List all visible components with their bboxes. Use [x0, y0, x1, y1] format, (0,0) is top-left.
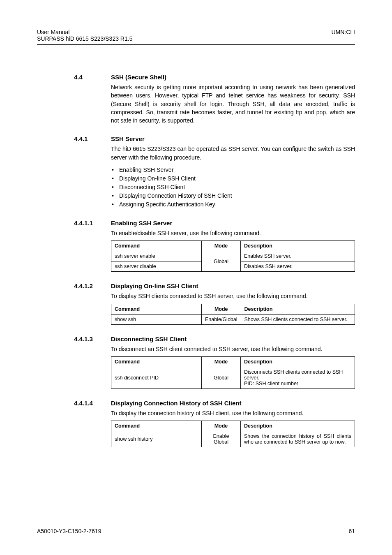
section-title: Displaying On-line SSH Client: [111, 282, 355, 289]
th-command: Command: [111, 356, 202, 367]
section-number: 4.4.1: [74, 135, 88, 142]
page-footer: A50010-Y3-C150-2-7619 61: [37, 528, 355, 534]
cell-mode: Enable/Global: [202, 314, 241, 324]
section-number: 4.4.1.1: [74, 220, 93, 227]
cell-description: Disconnects SSH clients connected to SSH…: [241, 367, 355, 388]
section-title: Disconnecting SSH Client: [111, 335, 355, 342]
command-table: Command Mode Description ssh disconnect …: [111, 356, 355, 389]
section-number: 4.4.1.2: [74, 282, 93, 289]
mode-line: Enable: [213, 433, 229, 439]
table-header-row: Command Mode Description: [111, 304, 355, 314]
cell-description: Shows SSH clients connected to SSH serve…: [241, 314, 355, 324]
manual-title: User Manual: [37, 29, 132, 35]
header-right: UMN:CLI: [331, 29, 355, 42]
section-connection-history: 4.4.1.4 Displaying Connection History of…: [37, 400, 355, 447]
cell-mode: Enable Global: [202, 431, 241, 447]
footer-doc-number: A50010-Y3-C150-2-7619: [37, 528, 101, 534]
command-table: Command Mode Description ssh server enab…: [111, 240, 355, 272]
cell-command: ssh server disable: [111, 261, 202, 272]
section-paragraph: Network security is getting more importa…: [111, 83, 355, 125]
cell-command: ssh disconnect PID: [111, 367, 202, 388]
table-row: ssh server enable Global Enables SSH ser…: [111, 251, 355, 261]
cell-command: show ssh history: [111, 431, 202, 447]
page-header: User Manual SURPASS hiD 6615 S223/S323 R…: [37, 29, 355, 45]
th-description: Description: [241, 304, 355, 314]
section-number: 4.4.1.3: [74, 335, 93, 342]
cell-mode: Global: [202, 251, 241, 272]
desc-line: Disconnects SSH clients connected to SSH…: [244, 369, 343, 381]
section-ssh-server: 4.4.1 SSH Server The hiD 6615 S223/S323 …: [37, 135, 355, 209]
table-header-row: Command Mode Description: [111, 421, 355, 431]
product-line: SURPASS hiD 6615 S223/S323 R1.5: [37, 35, 132, 42]
list-item: Enabling SSH Server: [111, 166, 355, 174]
section-paragraph: To display the connection history of SSH…: [111, 409, 355, 417]
bullet-list: Enabling SSH Server Displaying On-line S…: [111, 166, 355, 209]
header-left: User Manual SURPASS hiD 6615 S223/S323 R…: [37, 29, 132, 42]
section-number: 4.4: [74, 74, 83, 81]
section-disconnect-client: 4.4.1.3 Disconnecting SSH Client To disc…: [37, 335, 355, 389]
list-item: Displaying Connection History of SSH Cli…: [111, 192, 355, 200]
th-mode: Mode: [202, 356, 241, 367]
cell-description: Shows the connection history of SSH clie…: [241, 431, 355, 447]
table-header-row: Command Mode Description: [111, 356, 355, 367]
list-item: Disconnecting SSH Client: [111, 183, 355, 192]
section-paragraph: To display SSH clients connected to SSH …: [111, 292, 355, 300]
th-description: Description: [241, 356, 355, 367]
table-row: show ssh Enable/Global Shows SSH clients…: [111, 314, 355, 324]
command-table: Command Mode Description show ssh histor…: [111, 421, 355, 447]
cell-description: Disables SSH server.: [241, 261, 355, 272]
command-table: Command Mode Description show ssh Enable…: [111, 304, 355, 325]
table-row: show ssh history Enable Global Shows the…: [111, 431, 355, 447]
th-description: Description: [241, 241, 355, 251]
cell-mode: Global: [202, 367, 241, 388]
section-title: SSH (Secure Shell): [111, 74, 355, 81]
section-paragraph: The hiD 6615 S223/S323 can be operated a…: [111, 145, 355, 162]
section-title: Enabling SSH Server: [111, 220, 355, 227]
list-item: Displaying On-line SSH Client: [111, 174, 355, 183]
section-paragraph: To disconnect an SSH client connected to…: [111, 345, 355, 353]
table-header-row: Command Mode Description: [111, 241, 355, 251]
table-row: ssh disconnect PID Global Disconnects SS…: [111, 367, 355, 388]
th-description: Description: [241, 421, 355, 431]
cell-command: show ssh: [111, 314, 202, 324]
th-mode: Mode: [202, 241, 241, 251]
th-command: Command: [111, 241, 202, 251]
footer-page-number: 61: [348, 528, 355, 534]
th-command: Command: [111, 304, 202, 314]
section-title: SSH Server: [111, 135, 355, 142]
th-mode: Mode: [202, 421, 241, 431]
section-paragraph: To enable/disable SSH server, use the fo…: [111, 229, 355, 237]
desc-line: PID: SSH client number: [244, 381, 298, 386]
list-item: Assigning Specific Authentication Key: [111, 200, 355, 209]
cell-description: Enables SSH server.: [241, 251, 355, 261]
page: User Manual SURPASS hiD 6615 S223/S323 R…: [0, 0, 392, 555]
cell-command: ssh server enable: [111, 251, 202, 261]
section-title: Displaying Connection History of SSH Cli…: [111, 400, 355, 407]
section-display-client: 4.4.1.2 Displaying On-line SSH Client To…: [37, 282, 355, 324]
th-mode: Mode: [202, 304, 241, 314]
section-number: 4.4.1.4: [74, 400, 93, 407]
section-ssh: 4.4 SSH (Secure Shell) Network security …: [37, 74, 355, 125]
mode-line: Global: [214, 439, 228, 445]
section-enable-ssh: 4.4.1.1 Enabling SSH Server To enable/di…: [37, 220, 355, 272]
th-command: Command: [111, 421, 202, 431]
